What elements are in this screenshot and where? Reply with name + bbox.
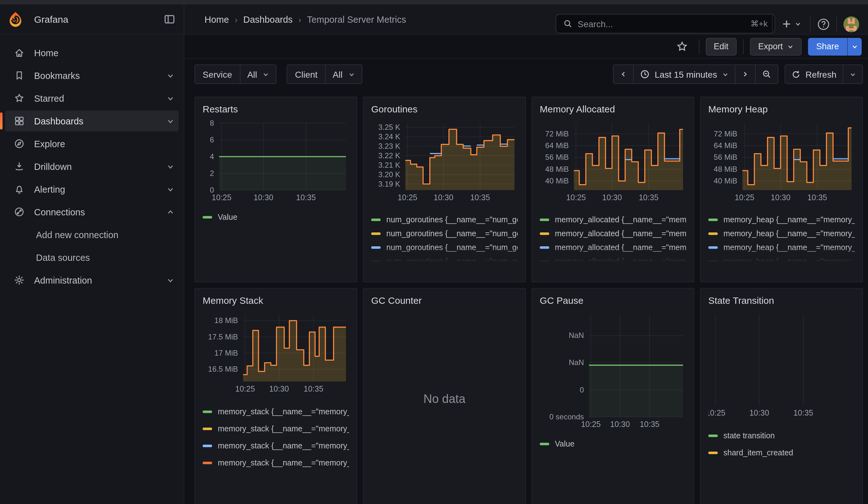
client-filter[interactable]: Client All	[287, 64, 362, 84]
refresh-interval-button[interactable]	[843, 64, 863, 84]
legend-label[interactable]: memory_stack {__name__="memory_stack	[218, 424, 349, 433]
legend-item[interactable]: shard_item_created	[708, 449, 855, 457]
panel-title[interactable]: GC Pause	[540, 295, 686, 306]
legend-item[interactable]: memory_stack {__name__="memory_stack	[203, 442, 349, 450]
legend-label[interactable]: memory_allocated {__name__="memory_alloc…	[555, 229, 686, 238]
legend-item[interactable]: memory_heap {__name__="memory_heap	[708, 257, 855, 263]
svg-text:3.23 K: 3.23 K	[379, 142, 400, 150]
legend-label[interactable]: num_goroutines {__name__="num_goroutines	[386, 215, 518, 224]
chart-gc_pause[interactable]: NaNNaN00 seconds10:2510:3010:35	[540, 311, 686, 434]
service-filter[interactable]: Service All	[194, 64, 277, 84]
refresh-button[interactable]: Refresh	[785, 64, 844, 84]
sidebar-item-bookmarks[interactable]: Bookmarks	[5, 65, 179, 86]
sidebar-item-explore[interactable]: Explore	[5, 133, 179, 154]
export-button[interactable]: Export	[750, 38, 802, 55]
legend-label[interactable]: memory_heap {__name__="memory_heap	[723, 215, 855, 224]
legend-label[interactable]: shard_item_created	[723, 449, 855, 457]
panel-legend: num_goroutines {__name__="num_goroutines…	[371, 210, 518, 263]
legend-label[interactable]: memory_allocated {__name__="memory_alloc…	[555, 243, 686, 252]
legend-item[interactable]: num_goroutines {__name__="num_goroutines	[371, 243, 518, 252]
export-label: Export	[758, 42, 783, 51]
chart-memory_heap[interactable]: 72 MiB64 MiB56 MiB48 MiB40 MiB10:2510:30…	[708, 119, 855, 208]
legend-label[interactable]: memory_heap {__name__="memory_heap	[723, 229, 855, 238]
chart-restarts[interactable]: 8642010:2510:3010:35	[203, 119, 349, 208]
legend-item[interactable]: memory_allocated {__name__="memory_alloc…	[540, 243, 686, 252]
breadcrumb-home[interactable]: Home	[205, 14, 229, 24]
panel-title[interactable]: State Transition	[708, 295, 855, 306]
legend-item[interactable]: memory_heap {__name__="memory_heap	[708, 215, 855, 224]
legend-item[interactable]: memory_allocated {__name__="memory_alloc…	[540, 215, 686, 224]
sidebar-item-data-sources[interactable]: Data sources	[5, 247, 179, 268]
legend-label[interactable]: memory_heap {__name__="memory_heap	[723, 257, 855, 263]
filter-value[interactable]: All	[240, 65, 276, 83]
legend-color-dash	[371, 260, 381, 263]
legend-label[interactable]: memory_stack {__name__="memory_stack	[218, 442, 349, 450]
legend-color-dash	[203, 428, 212, 430]
time-back-button[interactable]	[613, 64, 634, 84]
legend-label[interactable]: memory_stack {__name__="memory_stack	[218, 459, 349, 467]
chart-memory_stack[interactable]: 18 MiB17.5 MiB17 MiB16.5 MiB10:2510:3010…	[203, 311, 349, 399]
zoom-out-button[interactable]	[755, 64, 778, 84]
panel-title[interactable]: Restarts	[203, 104, 349, 114]
legend-item[interactable]: state transition	[708, 431, 855, 440]
sidebar-item-administration[interactable]: Administration	[5, 270, 179, 290]
legend-label[interactable]: num_goroutines {__name__="num_goroutines	[386, 243, 518, 252]
panel-title[interactable]: Memory Allocated	[540, 104, 686, 114]
chevron-up-icon	[167, 208, 174, 216]
share-menu-button[interactable]	[847, 38, 862, 55]
panel-title[interactable]: Memory Stack	[203, 295, 349, 306]
legend-label[interactable]: num_goroutines {__name__="num_goroutines	[386, 229, 518, 238]
svg-text:40 MiB: 40 MiB	[545, 176, 569, 185]
legend-color-dash	[371, 246, 381, 249]
favorite-star-icon[interactable]	[671, 41, 692, 52]
add-button[interactable]	[779, 19, 804, 29]
refresh-label: Refresh	[806, 69, 836, 79]
svg-text:6: 6	[210, 135, 214, 144]
legend-label[interactable]: memory_allocated {__name__="memory_alloc…	[555, 215, 686, 224]
legend-item[interactable]: memory_heap {__name__="memory_heap	[708, 243, 855, 252]
legend-item[interactable]: num_goroutines {__name__="num_goroutines	[371, 215, 518, 224]
sidebar-item-alerting[interactable]: Alerting	[5, 179, 179, 199]
time-forward-button[interactable]	[735, 64, 756, 84]
legend-item[interactable]: num_goroutines {__name__="num_goroutines	[371, 229, 518, 238]
legend-label[interactable]: memory_heap {__name__="memory_heap	[723, 243, 855, 252]
chevron-down-icon	[787, 43, 794, 50]
breadcrumb-dashboards[interactable]: Dashboards	[244, 14, 292, 24]
legend-label[interactable]: Value	[555, 440, 686, 449]
legend-item[interactable]: memory_allocated {__name__="memory_alloc…	[540, 257, 686, 263]
sidebar-item-drilldown[interactable]: Drilldown	[5, 156, 179, 177]
panel-title[interactable]: Goroutines	[371, 104, 518, 114]
edit-button[interactable]: Edit	[705, 38, 737, 55]
sidebar-toggle-icon[interactable]	[164, 14, 175, 25]
share-button[interactable]: Share	[808, 38, 847, 55]
sidebar-item-home[interactable]: Home	[5, 42, 179, 63]
user-avatar[interactable]	[844, 16, 859, 32]
panel-title[interactable]: GC Counter	[371, 295, 518, 306]
sidebar-item-dashboards[interactable]: Dashboards	[5, 111, 179, 131]
legend-item[interactable]: memory_stack {__name__="memory_stack	[203, 459, 349, 467]
filter-value[interactable]: All	[325, 65, 361, 83]
legend-item[interactable]: Value	[540, 440, 686, 449]
sidebar-item-add-new-connection[interactable]: Add new connection	[5, 224, 179, 245]
legend-item[interactable]: memory_stack {__name__="memory_stack	[203, 424, 349, 433]
time-range-button[interactable]: Last 15 minutes	[633, 64, 735, 84]
sidebar-item-starred[interactable]: Starred	[5, 88, 179, 109]
panel-title[interactable]: Memory Heap	[708, 104, 855, 114]
legend-item[interactable]: memory_heap {__name__="memory_heap	[708, 229, 855, 238]
legend-label[interactable]: memory_stack {__name__="memory_stack	[218, 407, 349, 416]
legend-item[interactable]: memory_allocated {__name__="memory_alloc…	[540, 229, 686, 238]
help-button[interactable]	[817, 17, 830, 31]
legend-item[interactable]: num_goroutines {__name__="num_goroutines	[371, 257, 518, 263]
legend-label[interactable]: memory_allocated {__name__="memory_alloc…	[555, 257, 686, 263]
legend-label[interactable]: Value	[218, 213, 349, 222]
legend-item[interactable]: Value	[203, 213, 349, 222]
legend-item[interactable]: memory_stack {__name__="memory_stack	[203, 407, 349, 416]
sidebar-item-connections[interactable]: Connections	[5, 202, 179, 222]
search-input[interactable]: Search... ⌘+k	[556, 14, 775, 33]
chart-goroutines[interactable]: 3.25 K3.24 K3.23 K3.22 K3.21 K3.20 K3.19…	[371, 119, 518, 208]
grafana-logo-icon[interactable]	[8, 11, 23, 27]
legend-label[interactable]: num_goroutines {__name__="num_goroutines	[386, 257, 518, 263]
chart-memory_allocated[interactable]: 72 MiB64 MiB56 MiB48 MiB40 MiB10:2510:30…	[540, 119, 686, 208]
chart-state_transition[interactable]: 10:2510:3010:35	[708, 311, 855, 423]
legend-label[interactable]: state transition	[723, 431, 855, 440]
